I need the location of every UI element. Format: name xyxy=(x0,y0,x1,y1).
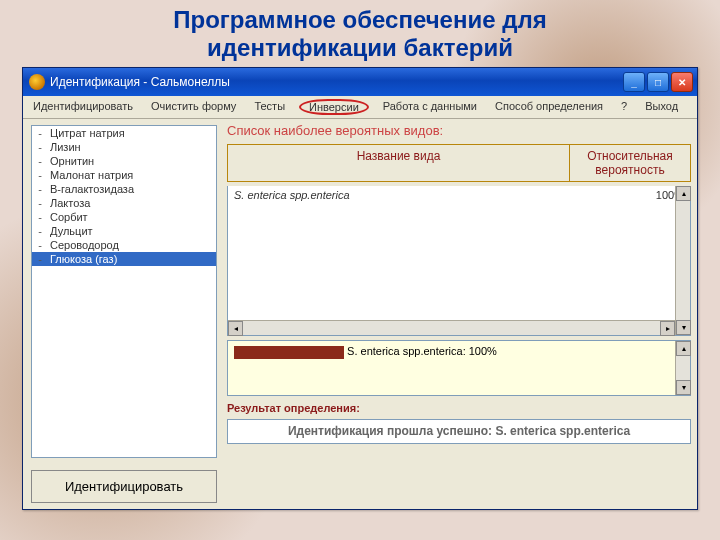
list-item-label: Малонат натрия xyxy=(50,169,133,181)
list-item-label: Дульцит xyxy=(50,225,93,237)
window-title: Идентификация - Сальмонеллы xyxy=(50,75,230,89)
list-item-label: Сероводород xyxy=(50,239,119,251)
highlight-bar xyxy=(234,346,344,359)
minimize-button[interactable]: _ xyxy=(623,72,645,92)
tests-listbox[interactable]: -Цитрат натрия -Лизин -Орнитин -Малонат … xyxy=(31,125,217,458)
list-item-label: B-галактозидаза xyxy=(50,183,134,195)
menu-tests[interactable]: Тесты xyxy=(250,99,289,115)
list-item[interactable]: -Орнитин xyxy=(32,154,216,168)
close-button[interactable]: ✕ xyxy=(671,72,693,92)
list-item-label: Лизин xyxy=(50,141,81,153)
menu-inversions[interactable]: Инверсии xyxy=(299,99,369,115)
scroll-left-icon[interactable]: ◂ xyxy=(228,321,243,336)
summary-text: S. enterica spp.enterica: 100% xyxy=(347,345,497,357)
scroll-up-icon[interactable]: ▴ xyxy=(676,186,691,201)
list-item-label: Глюкоза (газ) xyxy=(50,253,117,265)
scroll-down-icon[interactable]: ▾ xyxy=(676,320,691,335)
slide-title-line2: идентификации бактерий xyxy=(0,34,720,62)
list-item[interactable]: -Сорбит xyxy=(32,210,216,224)
summary-box: S. enterica spp.enterica: 100% ▴ ▾ xyxy=(227,340,691,396)
scroll-right-icon[interactable]: ▸ xyxy=(660,321,675,336)
vertical-scrollbar[interactable]: ▴ ▾ xyxy=(675,186,690,335)
maximize-button[interactable]: □ xyxy=(647,72,669,92)
probable-species-heading: Список наиболее вероятных видов: xyxy=(227,123,691,140)
result-text: Идентификация прошла успешно: S. enteric… xyxy=(227,419,691,444)
horizontal-scrollbar[interactable]: ◂ ▸ xyxy=(228,320,675,335)
list-item[interactable]: -Цитрат натрия xyxy=(32,126,216,140)
table-row[interactable]: S. enterica spp.enterica 100% xyxy=(228,186,690,204)
column-species-name: Название вида xyxy=(228,145,570,181)
menu-method[interactable]: Способ определения xyxy=(491,99,607,115)
result-label: Результат определения: xyxy=(227,400,691,415)
vertical-scrollbar[interactable]: ▴ ▾ xyxy=(675,341,690,395)
app-window: Идентификация - Сальмонеллы _ □ ✕ Иденти… xyxy=(22,67,698,510)
results-grid[interactable]: S. enterica spp.enterica 100% ▴ ▾ ◂ ▸ xyxy=(227,186,691,336)
cell-species-name: S. enterica spp.enterica xyxy=(234,189,574,201)
list-item[interactable]: -Глюкоза (газ) xyxy=(32,252,216,266)
list-item[interactable]: -Лактоза xyxy=(32,196,216,210)
list-item[interactable]: -B-галактозидаза xyxy=(32,182,216,196)
slide-title-line1: Программное обеспечение для xyxy=(0,6,720,34)
menu-clear-form[interactable]: Очистить форму xyxy=(147,99,240,115)
list-item-label: Сорбит xyxy=(50,211,88,223)
identify-button[interactable]: Идентифицировать xyxy=(31,470,217,503)
menu-exit[interactable]: Выход xyxy=(641,99,682,115)
titlebar[interactable]: Идентификация - Сальмонеллы _ □ ✕ xyxy=(23,68,697,96)
menu-data[interactable]: Работа с данными xyxy=(379,99,481,115)
menu-help[interactable]: ? xyxy=(617,99,631,115)
list-item[interactable]: -Дульцит xyxy=(32,224,216,238)
app-icon xyxy=(29,74,45,90)
list-item[interactable]: -Сероводород xyxy=(32,238,216,252)
menubar: Идентифицировать Очистить форму Тесты Ин… xyxy=(23,96,697,119)
list-item-label: Цитрат натрия xyxy=(50,127,125,139)
menu-identify[interactable]: Идентифицировать xyxy=(29,99,137,115)
column-probability: Относительная вероятность xyxy=(570,145,690,181)
list-item[interactable]: -Лизин xyxy=(32,140,216,154)
scroll-down-icon[interactable]: ▾ xyxy=(676,380,691,395)
scroll-up-icon[interactable]: ▴ xyxy=(676,341,691,356)
results-grid-header: Название вида Относительная вероятность xyxy=(227,144,691,182)
list-item-label: Лактоза xyxy=(50,197,90,209)
list-item[interactable]: -Малонат натрия xyxy=(32,168,216,182)
list-item-label: Орнитин xyxy=(50,155,94,167)
cell-probability: 100% xyxy=(574,189,684,201)
